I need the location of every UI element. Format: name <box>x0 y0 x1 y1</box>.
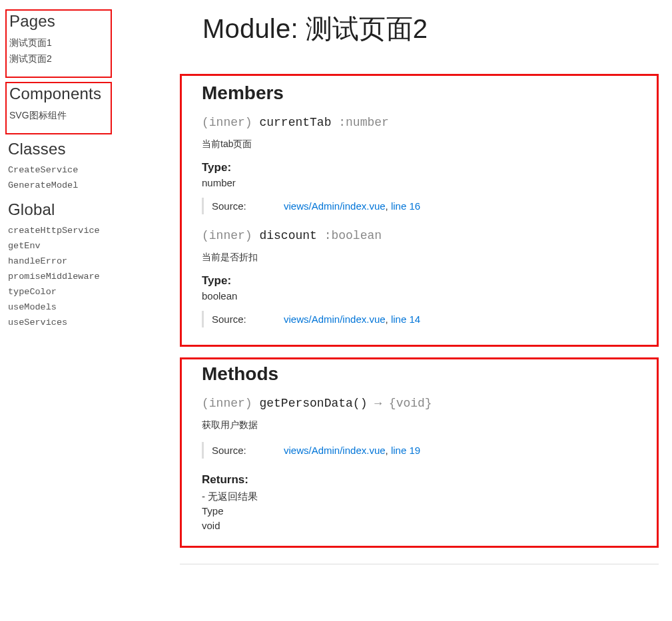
nav-heading-classes: Classes <box>8 138 159 159</box>
nav-item-page-2[interactable]: 测试页面2 <box>9 51 108 67</box>
source-sep: , <box>386 313 391 325</box>
source-line-link[interactable]: line 19 <box>391 445 420 456</box>
source-label: Source: <box>212 445 284 456</box>
returns-text: - 无返回结果 <box>202 489 637 504</box>
sidebar: Pages 测试页面1 测试页面2 Components SVG图标组件 Cla… <box>0 0 167 584</box>
member-signature: (inner) discount :boolean <box>202 229 637 242</box>
source-file-link[interactable]: views/Admin/index.vue <box>284 200 386 212</box>
nav-list-components: SVG图标组件 <box>9 108 108 124</box>
nav-item-promisemiddleware[interactable]: promiseMiddleware <box>8 270 159 285</box>
footer-rule <box>180 564 659 564</box>
method-ret-annot: {void} <box>389 397 432 410</box>
method-desc: 获取用户数据 <box>202 419 637 431</box>
members-heading: Members <box>202 83 637 104</box>
type-value: boolean <box>202 290 637 302</box>
source-line-link[interactable]: line 16 <box>391 200 420 212</box>
nav-item-generatemodel[interactable]: GenerateModel <box>8 178 159 194</box>
returns-type-value: void <box>202 518 637 533</box>
member-scope: (inner) <box>202 229 259 242</box>
method-name: getPersonData() <box>259 397 367 410</box>
page-title: Module: 测试页面2 <box>202 11 659 47</box>
source-line-link[interactable]: line 14 <box>391 313 420 325</box>
main-content: Module: 测试页面2 Members (inner) currentTab… <box>167 0 672 584</box>
nav-item-useservices[interactable]: useServices <box>8 315 159 331</box>
methods-section: Methods (inner) getPersonData() → {void}… <box>180 357 659 548</box>
source-row: Source: views/Admin/index.vue, line 16 <box>202 198 637 214</box>
nav-item-getenv[interactable]: getEnv <box>8 239 159 254</box>
member-signature: (inner) currentTab :number <box>202 116 637 129</box>
source-sep: , <box>386 200 391 212</box>
members-section: Members (inner) currentTab :number 当前tab… <box>180 74 659 347</box>
source-row: Source: views/Admin/index.vue, line 19 <box>202 442 637 459</box>
member-type-annot: :boolean <box>317 229 382 242</box>
method-scope: (inner) <box>202 397 259 410</box>
nav-heading-global: Global <box>8 199 159 220</box>
methods-heading: Methods <box>202 363 637 385</box>
nav-item-typecolor[interactable]: typeColor <box>8 285 159 300</box>
nav-heading-components: Components <box>9 83 108 104</box>
member-discount: (inner) discount :boolean 当前是否折扣 Type: b… <box>202 229 637 327</box>
source-label: Source: <box>212 313 284 325</box>
source-links: views/Admin/index.vue, line 16 <box>284 200 420 212</box>
nav-section-components: Components SVG图标组件 <box>5 82 112 134</box>
nav-list-pages: 测试页面1 测试页面2 <box>9 35 108 67</box>
nav-item-svg-icon[interactable]: SVG图标组件 <box>9 108 108 124</box>
member-desc: 当前tab页面 <box>202 138 637 150</box>
source-links: views/Admin/index.vue, line 19 <box>284 445 420 456</box>
method-getpersondata: (inner) getPersonData() → {void} 获取用户数据 … <box>202 397 637 532</box>
nav-item-createhttpservice[interactable]: createHttpService <box>8 224 159 239</box>
member-currenttab: (inner) currentTab :number 当前tab页面 Type:… <box>202 116 637 214</box>
source-file-link[interactable]: views/Admin/index.vue <box>284 445 386 456</box>
source-row: Source: views/Admin/index.vue, line 14 <box>202 311 637 327</box>
source-file-link[interactable]: views/Admin/index.vue <box>284 313 386 325</box>
nav-item-page-1[interactable]: 测试页面1 <box>9 35 108 51</box>
type-heading: Type: <box>202 161 637 174</box>
returns-type-label: Type <box>202 504 637 518</box>
member-scope: (inner) <box>202 116 259 129</box>
nav-item-createservice[interactable]: CreateService <box>8 163 159 178</box>
nav-item-usemodels[interactable]: useModels <box>8 300 159 315</box>
type-heading: Type: <box>202 274 637 288</box>
source-sep: , <box>386 445 391 456</box>
method-signature: (inner) getPersonData() → {void} <box>202 397 637 410</box>
nav-section-global: Global createHttpService getEnv handleEr… <box>8 199 159 331</box>
source-links: views/Admin/index.vue, line 14 <box>284 313 420 325</box>
nav-list-classes: CreateService GenerateModel <box>8 163 159 194</box>
member-name: discount <box>259 229 316 242</box>
member-type-annot: :number <box>331 116 388 129</box>
nav-section-pages: Pages 测试页面1 测试页面2 <box>5 9 112 78</box>
nav-list-global: createHttpService getEnv handleError pro… <box>8 224 159 331</box>
member-desc: 当前是否折扣 <box>202 252 637 264</box>
returns-block: - 无返回结果 Type void <box>202 489 637 532</box>
type-value: number <box>202 177 637 188</box>
member-name: currentTab <box>259 116 331 129</box>
nav-item-handleerror[interactable]: handleError <box>8 254 159 270</box>
nav-section-classes: Classes CreateService GenerateModel <box>8 138 159 194</box>
returns-heading: Returns: <box>202 473 637 487</box>
source-label: Source: <box>212 200 284 212</box>
method-arrow: → <box>367 397 388 410</box>
nav-heading-pages: Pages <box>9 11 108 31</box>
